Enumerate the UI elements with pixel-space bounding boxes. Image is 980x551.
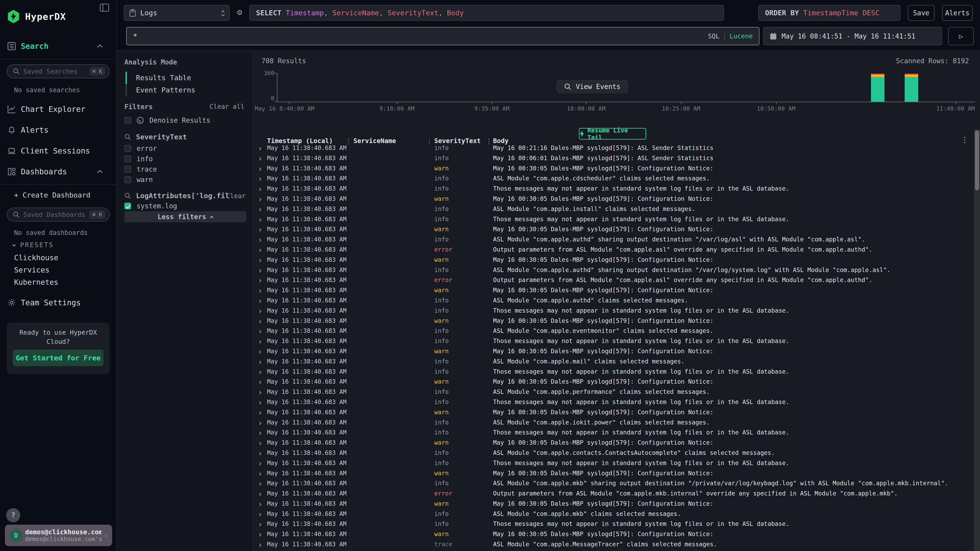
expand-row-icon[interactable]	[258, 371, 261, 374]
scrollbar-thumb[interactable]	[975, 130, 979, 191]
column-resize-handle-icon[interactable]	[488, 138, 489, 140]
log-row[interactable]: May 16 11:38:40.683 AM warn May 16 00:30…	[254, 195, 974, 205]
filter-option-trace[interactable]: trace	[124, 165, 244, 173]
expand-row-icon[interactable]	[258, 493, 261, 496]
expand-row-icon[interactable]	[258, 147, 261, 151]
language-toggle[interactable]: SQL|Lucene	[708, 32, 753, 40]
column-header-timestamp[interactable]: Timestamp (Local)	[267, 137, 333, 144]
source-select[interactable]: Logs	[124, 5, 230, 21]
help-button[interactable]: ?	[6, 508, 20, 522]
search-query-input[interactable]: * SQL|Lucene	[126, 27, 759, 45]
expand-row-icon[interactable]	[258, 483, 261, 486]
checkbox[interactable]	[124, 145, 131, 152]
log-row[interactable]: May 16 11:38:40.683 AM info ASL Module "…	[254, 449, 974, 460]
log-row[interactable]: May 16 11:38:40.683 AM info ASL Module "…	[254, 358, 974, 368]
expand-row-icon[interactable]	[258, 543, 261, 547]
mode-event-patterns[interactable]: Event Patterns	[126, 84, 242, 96]
column-header-severitytext[interactable]: SeverityText	[434, 137, 481, 144]
expand-row-icon[interactable]	[258, 472, 261, 476]
expand-row-icon[interactable]	[258, 208, 261, 211]
expand-row-icon[interactable]	[258, 289, 261, 293]
log-row[interactable]: May 16 11:38:40.683 AM error Output para…	[254, 490, 974, 500]
expand-row-icon[interactable]	[258, 279, 261, 283]
expand-row-icon[interactable]	[258, 249, 261, 252]
toggle-lucene[interactable]: Lucene	[730, 32, 753, 40]
column-resize-handle-icon[interactable]	[429, 138, 430, 140]
denoise-checkbox[interactable]	[124, 117, 131, 124]
log-row[interactable]: May 16 11:38:40.683 AM warn May 16 00:30…	[254, 348, 974, 358]
expand-row-icon[interactable]	[258, 157, 261, 160]
less-filters-button[interactable]: Less filters	[124, 211, 246, 222]
expand-row-icon[interactable]	[258, 452, 261, 455]
log-row[interactable]: May 16 11:38:40.683 AM warn May 16 00:30…	[254, 439, 974, 449]
expand-row-icon[interactable]	[258, 513, 261, 516]
log-row[interactable]: May 16 11:38:40.683 AM info ASL Module "…	[254, 297, 974, 307]
sidebar-item-search[interactable]: Search	[7, 41, 110, 51]
log-row[interactable]: May 16 11:38:40.683 AM info May 16 00:21…	[254, 144, 974, 155]
log-row[interactable]: May 16 11:38:40.683 AM warn May 16 00:30…	[254, 226, 974, 236]
log-row[interactable]: May 16 11:38:40.683 AM warn May 16 00:30…	[254, 287, 974, 297]
log-row[interactable]: May 16 11:38:40.683 AM error Output para…	[254, 276, 974, 287]
log-row[interactable]: May 16 11:38:40.683 AM warn May 16 00:30…	[254, 256, 974, 267]
expand-row-icon[interactable]	[258, 411, 261, 415]
expand-row-icon[interactable]	[258, 310, 261, 313]
log-row[interactable]: May 16 11:38:40.683 AM info ASL Module "…	[254, 419, 974, 429]
expand-row-icon[interactable]	[258, 360, 261, 364]
expand-row-icon[interactable]	[258, 421, 261, 425]
expand-row-icon[interactable]	[258, 229, 261, 232]
log-row[interactable]: May 16 11:38:40.683 AM info Those messag…	[254, 368, 974, 378]
log-row[interactable]: May 16 11:38:40.683 AM info ASL Module "…	[254, 175, 974, 185]
expand-row-icon[interactable]	[258, 523, 261, 527]
log-row[interactable]: May 16 11:38:40.683 AM warn May 16 00:30…	[254, 500, 974, 510]
filter-option-error[interactable]: error	[124, 144, 244, 152]
log-row[interactable]: May 16 11:38:40.683 AM info May 16 00:06…	[254, 155, 974, 165]
filter-option-system-log[interactable]: system.log	[124, 202, 244, 210]
log-row[interactable]: May 16 11:38:40.683 AM info Those messag…	[254, 520, 974, 530]
expand-row-icon[interactable]	[258, 462, 261, 465]
checkbox[interactable]	[124, 156, 131, 162]
log-row[interactable]: May 16 11:38:40.683 AM warn May 16 00:30…	[254, 378, 974, 388]
expand-row-icon[interactable]	[258, 442, 261, 445]
checkbox[interactable]	[124, 176, 131, 183]
sidebar-collapse-icon[interactable]	[100, 4, 109, 12]
expand-row-icon[interactable]	[258, 320, 261, 323]
log-row[interactable]: May 16 11:38:40.683 AM info Those messag…	[254, 185, 974, 195]
create-dashboard-button[interactable]: + Create Dashboard	[14, 191, 91, 199]
log-row[interactable]: May 16 11:38:40.683 AM warn May 16 00:30…	[254, 470, 974, 480]
scrollbar[interactable]	[974, 129, 980, 551]
column-header-body[interactable]: Body	[493, 137, 509, 144]
save-button[interactable]: Save	[908, 5, 935, 21]
expand-row-icon[interactable]	[258, 269, 261, 272]
expand-row-icon[interactable]	[258, 330, 261, 333]
expand-row-icon[interactable]	[258, 178, 261, 181]
source-settings-gear-icon[interactable]: ⚙	[237, 8, 242, 16]
histogram-bar[interactable]	[905, 74, 918, 102]
expand-row-icon[interactable]	[258, 391, 261, 394]
expand-row-icon[interactable]	[258, 259, 261, 262]
expand-row-icon[interactable]	[258, 198, 261, 201]
toggle-sql[interactable]: SQL	[708, 32, 719, 40]
filter-option-warn[interactable]: warn	[124, 176, 244, 184]
log-row[interactable]: May 16 11:38:40.683 AM info Those messag…	[254, 307, 974, 318]
expand-row-icon[interactable]	[258, 218, 261, 222]
clear-all-link[interactable]: Clear all	[210, 103, 244, 110]
expand-row-icon[interactable]	[258, 533, 261, 537]
order-by-input[interactable]: ORDER BY TimestampTime DESC	[758, 5, 900, 21]
expand-row-icon[interactable]	[258, 299, 261, 303]
expand-row-icon[interactable]	[258, 167, 261, 171]
sidebar-item-dashboards[interactable]: Dashboards	[7, 167, 110, 176]
histogram-bar[interactable]	[871, 74, 885, 102]
expand-row-icon[interactable]	[258, 381, 261, 384]
log-row[interactable]: May 16 11:38:40.683 AM info ASL Module "…	[254, 327, 974, 338]
sidebar-item-chart-explorer[interactable]: Chart Explorer	[7, 105, 110, 114]
view-events-button[interactable]: View Events	[556, 79, 628, 94]
filter-option-info[interactable]: info	[124, 155, 244, 163]
log-row[interactable]: May 16 11:38:40.683 AM info Those messag…	[254, 429, 974, 439]
log-row[interactable]: May 16 11:38:40.683 AM info Those messag…	[254, 460, 974, 470]
user-menu[interactable]: D demos@clickhouse.com demos@clickhouse.…	[5, 525, 112, 546]
log-row[interactable]: May 16 11:38:40.683 AM info ASL Module "…	[254, 510, 974, 521]
saved-searches-input[interactable]: Saved Searches ⌘ K	[7, 64, 110, 78]
expand-row-icon[interactable]	[258, 503, 261, 506]
get-started-button[interactable]: Get Started for Free	[13, 349, 103, 366]
log-row[interactable]: May 16 11:38:40.683 AM warn May 16 00:30…	[254, 165, 974, 175]
